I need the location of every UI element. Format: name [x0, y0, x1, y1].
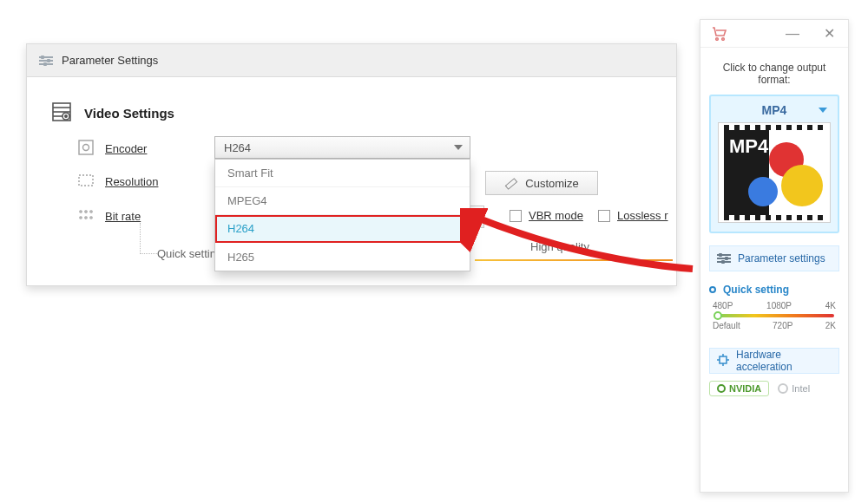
scale-bottom-labels: Default 720P 2K: [709, 321, 839, 330]
svg-point-9: [80, 211, 82, 212]
pencil-icon: [504, 177, 516, 189]
dialog-titlebar: Parameter Settings: [27, 44, 676, 77]
svg-rect-8: [79, 175, 93, 186]
encoder-option-h265[interactable]: H265: [215, 243, 470, 271]
sliders-icon: [39, 56, 53, 66]
hardware-acceleration-button[interactable]: Hardware acceleration: [709, 348, 839, 374]
lossless-label: Lossless r: [617, 209, 668, 222]
video-settings-heading: Video Settings: [51, 101, 174, 125]
output-format-name: MP4: [762, 103, 787, 117]
output-format-hint: Click to change output format:: [709, 62, 839, 86]
quick-setting-scale[interactable]: 480P 1080P 4K Default 720P 2K: [709, 301, 839, 339]
svg-point-16: [722, 37, 725, 40]
resolution-label: Resolution: [105, 175, 158, 188]
svg-point-14: [90, 217, 92, 219]
scale-720p: 720P: [773, 321, 792, 330]
customize-label: Customize: [525, 177, 578, 190]
scale-default: Default: [713, 321, 740, 330]
hardware-acceleration-label: Hardware acceleration: [736, 349, 832, 373]
svg-point-12: [80, 217, 82, 219]
scale-track[interactable]: [714, 314, 834, 317]
quality-slider-track[interactable]: [475, 259, 673, 261]
vbr-mode-label: VBR mode: [529, 209, 583, 222]
row-resolution: Resolution: [77, 174, 158, 189]
svg-point-5: [65, 115, 67, 117]
row-encoder: Encoder: [77, 140, 147, 158]
encoder-label: Encoder: [105, 142, 147, 155]
thumbnail-text: MP4: [729, 135, 768, 158]
svg-point-13: [85, 217, 87, 219]
svg-point-15: [716, 37, 719, 40]
output-format-thumbnail: MP4: [718, 122, 831, 223]
svg-point-7: [83, 145, 89, 151]
nvidia-label: NVIDIA: [729, 383, 761, 394]
svg-rect-17: [720, 356, 727, 363]
customize-button[interactable]: Customize: [485, 171, 598, 195]
side-panel: — ✕ Click to change output format: MP4 M…: [700, 19, 849, 493]
bitrate-icon: [77, 209, 95, 224]
row-bitrate: Bit rate: [77, 209, 141, 224]
scale-4k: 4K: [825, 301, 836, 310]
scale-knob[interactable]: [713, 311, 722, 320]
sliders-icon: [717, 253, 731, 264]
hw-vendors: NVIDIA Intel: [709, 381, 839, 396]
side-panel-titlebar: — ✕: [700, 20, 848, 48]
resolution-icon: [77, 174, 95, 189]
intel-icon: [778, 383, 788, 394]
chevron-down-icon: [454, 145, 463, 150]
vbr-mode-checkbox[interactable]: VBR mode: [510, 209, 583, 222]
scale-2k: 2K: [825, 321, 836, 330]
scale-1080p: 1080P: [766, 301, 792, 310]
close-button[interactable]: ✕: [813, 20, 845, 47]
parameter-settings-dialog: Parameter Settings Video Settings Encode…: [26, 43, 677, 286]
chevron-down-icon: [819, 108, 827, 113]
cart-button[interactable]: [704, 20, 735, 47]
parameter-settings-button[interactable]: Parameter settings: [709, 245, 839, 271]
minimize-button[interactable]: —: [777, 20, 808, 47]
quick-setting-title: Quick setting: [723, 284, 789, 296]
svg-rect-6: [79, 140, 93, 154]
high-quality-label: High quality: [530, 240, 589, 253]
scale-top-labels: 480P 1080P 4K: [709, 301, 839, 310]
encoder-option-mpeg4[interactable]: MPEG4: [215, 187, 470, 215]
parameter-settings-label: Parameter settings: [738, 252, 825, 265]
quick-setting-label: Quick setting: [157, 247, 222, 260]
video-settings-title: Video Settings: [84, 106, 174, 121]
film-gear-icon: [51, 101, 72, 125]
encoder-option-h264[interactable]: H264: [215, 215, 470, 243]
encoder-dropdown: Smart Fit MPEG4 H264 H265: [214, 159, 470, 271]
nvidia-badge: NVIDIA: [709, 381, 769, 396]
svg-point-11: [90, 211, 92, 212]
intel-badge: Intel: [778, 383, 810, 394]
intel-label: Intel: [792, 383, 810, 394]
checkbox-box: [598, 210, 610, 222]
lossless-checkbox[interactable]: Lossless r: [598, 209, 668, 222]
dialog-title-text: Parameter Settings: [62, 54, 158, 67]
bitrate-label: Bit rate: [105, 210, 141, 223]
connector-line: [140, 223, 159, 254]
checkbox-box: [510, 210, 522, 222]
chip-icon: [717, 354, 729, 369]
svg-point-10: [85, 211, 87, 212]
bullet-icon: [709, 286, 716, 293]
output-format-head: MP4: [718, 103, 831, 117]
encoder-select-value: H264: [224, 141, 251, 154]
scale-480p: 480P: [713, 301, 733, 310]
encoder-option-smart-fit[interactable]: Smart Fit: [215, 160, 470, 187]
quick-setting-heading: Quick setting: [709, 284, 839, 296]
encoder-icon: [77, 140, 95, 158]
nvidia-icon: [717, 384, 726, 393]
dialog-body: Video Settings Encoder Resolution: [27, 77, 676, 285]
encoder-select[interactable]: H264: [214, 136, 470, 159]
output-format-card[interactable]: MP4 MP4: [709, 95, 839, 233]
